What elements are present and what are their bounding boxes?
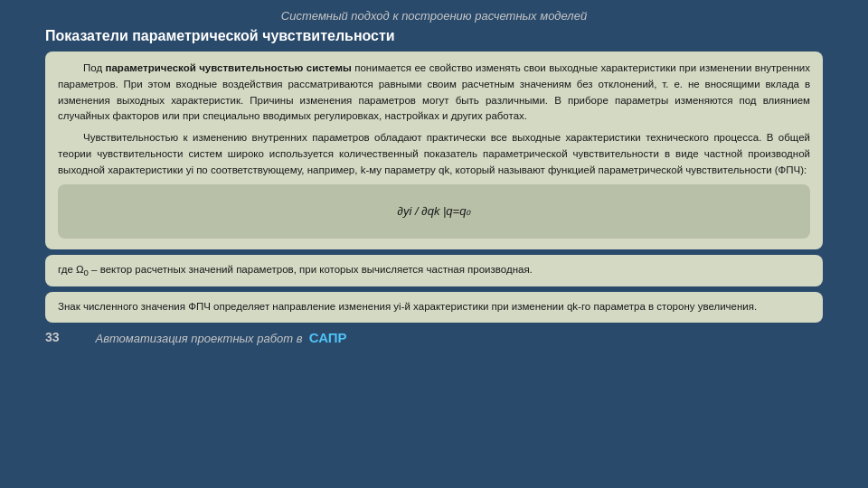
note-post: – вектор расчетных значений параметров, … bbox=[89, 264, 533, 275]
footer-label: Автоматизация проектных работ в САПР bbox=[96, 330, 347, 345]
sign-box: Знак численного значения ФПЧ определяет … bbox=[45, 292, 823, 322]
para1-bold: параметрической чувствительностью систем… bbox=[106, 62, 352, 73]
section-heading: Показатели параметрической чувствительно… bbox=[45, 28, 823, 44]
paragraph-1: Под параметрической чувствительностью си… bbox=[58, 61, 810, 125]
paragraph-2: Чувствительностью к изменению внутренних… bbox=[58, 130, 810, 178]
note-pre: где Ω bbox=[58, 264, 84, 275]
note-box: где Ω0 – вектор расчетных значений парам… bbox=[45, 255, 823, 287]
footer: 33 Автоматизация проектных работ в САПР bbox=[45, 330, 823, 345]
formula-area: ∂yi / ∂qk |q=q₀ bbox=[58, 184, 810, 239]
footer-page-number: 33 bbox=[45, 330, 60, 344]
formula-display: ∂yi / ∂qk |q=q₀ bbox=[398, 202, 471, 221]
main-content: Под параметрической чувствительностью си… bbox=[45, 52, 823, 323]
footer-label-text: Автоматизация проектных работ в bbox=[96, 332, 303, 345]
paragraph-box-1: Под параметрической чувствительностью си… bbox=[45, 52, 823, 249]
page-title: Системный подход к построению расчетных … bbox=[281, 9, 587, 23]
sign-text: Знак численного значения ФПЧ определяет … bbox=[58, 301, 757, 312]
para1-pre: Под bbox=[83, 62, 106, 73]
footer-brand: САПР bbox=[309, 330, 347, 345]
para2-text: Чувствительностью к изменению внутренних… bbox=[58, 132, 810, 175]
